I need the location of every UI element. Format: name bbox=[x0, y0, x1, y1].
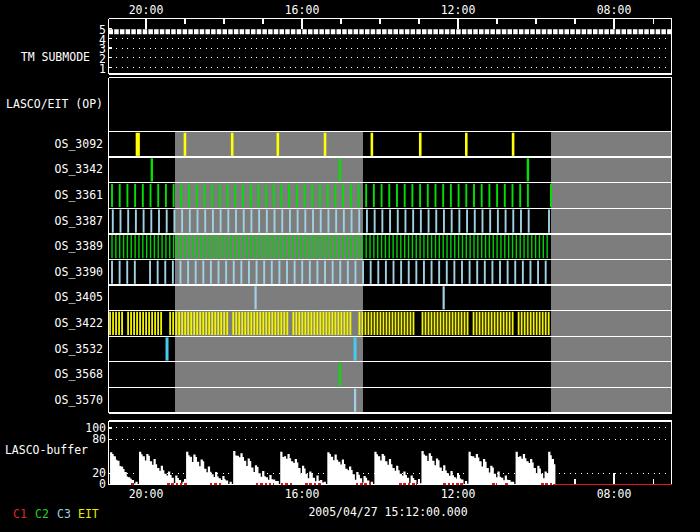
row-label-os_3387: OS_3387 bbox=[0, 215, 103, 228]
row-label-os_3390: OS_3390 bbox=[0, 266, 103, 279]
top-axis-label-0800: 08:00 bbox=[594, 4, 634, 17]
top-axis-label-1200: 12:00 bbox=[438, 4, 478, 17]
buffer-ytick-0: 0 bbox=[70, 478, 106, 491]
chart-title-datetime: 2005/04/27 15:12:00.000 bbox=[200, 506, 576, 519]
row-label-os_3342: OS_3342 bbox=[0, 163, 103, 176]
row-label-os_3532: OS_3532 bbox=[0, 343, 103, 356]
plot-canvas bbox=[0, 0, 700, 532]
row-label-os_3568: OS_3568 bbox=[0, 368, 103, 381]
top-axis-label-1600: 16:00 bbox=[282, 4, 322, 17]
row-label-os_3570: OS_3570 bbox=[0, 394, 103, 407]
bottom-axis-label-1600: 16:00 bbox=[282, 488, 322, 501]
submode-ytick-1: 1 bbox=[92, 63, 106, 76]
row-label-os_3405: OS_3405 bbox=[0, 291, 103, 304]
legend-item-c3: C3 bbox=[57, 508, 71, 521]
top-axis-label-2000: 20:00 bbox=[126, 4, 166, 17]
events-os_3422 bbox=[110, 312, 549, 335]
buffer-red-baseline bbox=[553, 484, 671, 486]
legend-item-c1: C1 bbox=[13, 508, 27, 521]
buffer-ytick-80: 80 bbox=[70, 433, 106, 446]
row-label-os_3092: OS_3092 bbox=[0, 138, 103, 151]
row-label-lasco-eit-op: LASCO/EIT (OP) bbox=[0, 98, 103, 111]
telemetry-timeline-chart: 20:00 16:00 12:00 08:00 5 4 3 2 1 TM SUB… bbox=[0, 0, 700, 532]
bottom-axis-label-1200: 12:00 bbox=[438, 488, 478, 501]
bottom-axis-label-0800: 08:00 bbox=[594, 488, 634, 501]
shaded-band-1 bbox=[551, 132, 671, 414]
row-label-os_3422: OS_3422 bbox=[0, 317, 103, 330]
row-label-os_3361: OS_3361 bbox=[0, 189, 103, 202]
row-label-tm-submode: TM SUBMODE bbox=[0, 51, 90, 64]
bottom-axis-label-2000: 20:00 bbox=[126, 488, 166, 501]
buffer-histogram bbox=[110, 451, 555, 484]
row-label-os_3389: OS_3389 bbox=[0, 240, 103, 253]
legend-item-c2: C2 bbox=[35, 508, 49, 521]
legend-item-eit: EIT bbox=[78, 508, 99, 521]
